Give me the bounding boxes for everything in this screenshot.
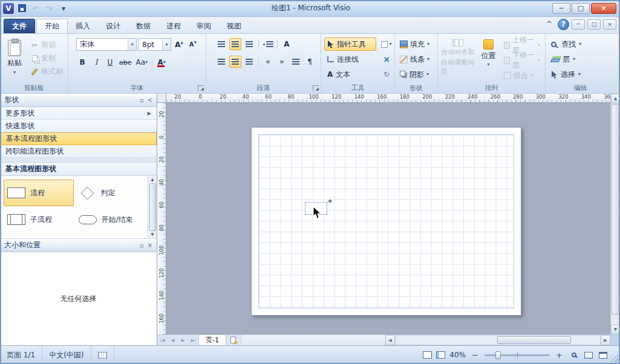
fill-button[interactable]: 填充 ▾	[398, 37, 433, 51]
increase-indent-button[interactable]: »	[276, 56, 288, 68]
align-top-button[interactable]	[215, 38, 227, 50]
tab-process[interactable]: 进程	[158, 19, 189, 33]
minimize-button[interactable]: ─	[552, 3, 570, 14]
shape-item-subprocess[interactable]: 子流程	[4, 206, 74, 233]
scroll-left-button[interactable]: ◀	[385, 335, 395, 345]
insert-page-button[interactable]	[226, 335, 241, 345]
fullscreen-view-icon[interactable]	[436, 351, 445, 359]
align-bottom-button[interactable]	[243, 38, 255, 50]
page-indicator[interactable]: 页面 1/1	[0, 346, 42, 364]
position-button[interactable]: 位置 ▾	[477, 37, 500, 82]
zoom-slider-thumb[interactable]	[495, 351, 501, 359]
normal-view-icon[interactable]	[423, 351, 432, 359]
language-indicator[interactable]: 中文(中国)	[42, 346, 91, 364]
font-name-combo[interactable]: 宋体 ▾	[76, 38, 137, 51]
zoom-slider[interactable]	[485, 354, 550, 356]
basic-flowchart-stencil-row[interactable]: 基本流程图形状	[0, 132, 157, 145]
underline-button[interactable]: U	[104, 56, 116, 68]
layers-button[interactable]: 层 ▾	[549, 53, 612, 66]
scroll-up-button[interactable]: ▲	[611, 94, 620, 103]
maximize-button[interactable]: □	[572, 3, 590, 14]
align-center-button[interactable]	[229, 56, 241, 68]
text-tool-button[interactable]: A 文本	[324, 68, 376, 81]
shape-list-scrollbar[interactable]: ▲ ▼	[148, 176, 157, 238]
vertical-scroll-thumb[interactable]	[612, 104, 619, 314]
save-button[interactable]	[16, 2, 28, 15]
doc-minimize-button[interactable]: ─	[572, 19, 585, 30]
tab-design[interactable]: 设计	[98, 19, 128, 33]
bullets-button[interactable]	[262, 38, 274, 50]
drawing-page[interactable]	[251, 127, 521, 316]
line-spacing-button[interactable]	[290, 56, 302, 68]
redo-button[interactable]: ↷	[44, 2, 56, 15]
zoom-out-button[interactable]: −	[470, 350, 480, 360]
copy-button[interactable]: 复制	[28, 52, 65, 65]
paragraph-dialog-launcher[interactable]: ◢	[313, 85, 319, 91]
undo-button[interactable]: ↶	[30, 2, 42, 15]
doc-close-button[interactable]: ×	[603, 19, 616, 30]
horizontal-scrollbar[interactable]: ◀ ▶	[385, 335, 610, 345]
send-backward-button[interactable]: 下移一层 ▾	[502, 54, 542, 67]
format-painter-button[interactable]: 格式刷	[28, 65, 65, 78]
align-right-button[interactable]	[243, 56, 255, 68]
fit-window-button[interactable]	[598, 350, 608, 360]
shrink-font-button[interactable]: A▼	[187, 39, 199, 51]
ribbon-collapse-button[interactable]: ^	[543, 18, 555, 30]
text-direction-button[interactable]: A	[281, 38, 293, 50]
connector-tool-button[interactable]: 连接线	[324, 53, 376, 66]
zoom-level-text[interactable]: 40%	[449, 351, 466, 359]
shape-scroll-thumb[interactable]	[149, 183, 156, 231]
connection-point-tool-button[interactable]: ×	[378, 53, 395, 66]
visio-app-icon[interactable]: V	[3, 3, 14, 14]
shape-item-decision[interactable]: 判定	[75, 180, 145, 206]
shape-item-terminator[interactable]: 开始/结束	[75, 206, 145, 233]
align-middle-button[interactable]	[229, 38, 241, 50]
shape-item-process[interactable]: 流程	[4, 180, 74, 206]
scroll-right-button[interactable]: ▶	[601, 335, 610, 345]
help-button[interactable]: ?	[558, 19, 569, 30]
zoom-dialog-button[interactable]	[569, 350, 579, 360]
decrease-indent-button[interactable]: «	[262, 56, 274, 68]
drawing-viewport[interactable]: +	[166, 103, 610, 334]
select-button[interactable]: 选择 ▾	[549, 68, 612, 81]
fit-page-button[interactable]	[583, 350, 593, 360]
tab-home[interactable]: 开始	[36, 19, 68, 33]
shape-scroll-down-icon[interactable]: ▼	[151, 232, 154, 237]
panel-float-icon[interactable]: ▫	[140, 97, 144, 103]
qat-customize-button[interactable]: ▾	[57, 2, 70, 15]
scroll-down-button[interactable]: ▼	[611, 325, 620, 334]
paragraph-mark-button[interactable]: ¶	[304, 56, 316, 68]
horizontal-scroll-track[interactable]	[395, 335, 601, 345]
line-button[interactable]: 线条 ▾	[398, 53, 433, 66]
quick-shapes-row[interactable]: 快速形状	[0, 120, 157, 132]
strikethrough-button[interactable]: abe	[118, 56, 133, 68]
align-left-button[interactable]	[215, 56, 227, 68]
shape-scroll-up-icon[interactable]: ▲	[151, 177, 154, 182]
previous-page-button[interactable]: ◀	[168, 335, 178, 345]
grow-font-button[interactable]: A▲	[173, 39, 185, 51]
tab-data[interactable]: 数据	[128, 19, 158, 33]
tool-style-picker[interactable]: ▾	[378, 37, 395, 51]
auto-align-space-button[interactable]: 自动对齐和 自动调整间距	[441, 37, 475, 82]
tab-review[interactable]: 审阅	[189, 19, 219, 33]
first-page-button[interactable]: |◀	[157, 335, 168, 345]
next-page-button[interactable]: ▶	[178, 335, 188, 345]
panel-collapse-icon[interactable]: <	[148, 97, 152, 103]
font-size-combo[interactable]: 8pt ▾	[139, 38, 171, 51]
close-button[interactable]: ×	[591, 3, 616, 14]
font-color-button[interactable]: A▾	[155, 56, 168, 68]
size-position-float-icon[interactable]: ▫	[140, 242, 144, 249]
find-button[interactable]: 查找 ▾	[549, 37, 612, 51]
page-tab-1[interactable]: 页-1	[198, 335, 226, 345]
cut-button[interactable]: ✂ 剪切	[28, 39, 65, 51]
doc-restore-button[interactable]: □	[587, 19, 601, 30]
more-shapes-row[interactable]: 更多形状 ▶	[0, 107, 157, 120]
shadow-button[interactable]: 阴影 ▾	[398, 68, 433, 81]
font-dialog-launcher[interactable]: ◢	[198, 85, 204, 91]
vertical-scrollbar[interactable]: ▲ ▼	[610, 94, 620, 334]
zoom-in-button[interactable]: +	[554, 350, 564, 360]
group-button[interactable]: 组合 ▾	[502, 69, 542, 82]
change-case-button[interactable]: Aa▾	[135, 56, 149, 68]
pointer-tool-button[interactable]: 指针工具	[324, 37, 376, 51]
tab-view[interactable]: 视图	[219, 19, 249, 33]
